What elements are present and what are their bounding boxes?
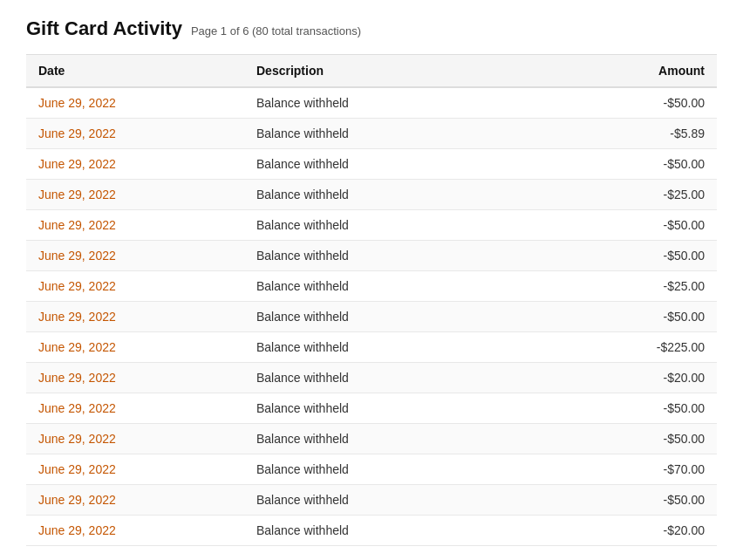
table-row: June 29, 2022Balance withheld-$70.00	[26, 454, 717, 485]
table-row: June 29, 2022Balance withheld-$50.00	[26, 485, 717, 516]
table-row: June 29, 2022Balance withheld-$50.00	[26, 424, 717, 454]
page-subtitle: Page 1 of 6 (80 total transactions)	[191, 24, 361, 38]
cell-amount: -$50.00	[577, 424, 717, 454]
table-row: June 29, 2022Balance withheld-$5.89	[26, 119, 717, 149]
cell-date: June 29, 2022	[26, 271, 244, 302]
cell-date: June 29, 2022	[26, 119, 244, 149]
cell-amount: -$25.00	[577, 271, 717, 302]
cell-date: June 29, 2022	[26, 393, 244, 424]
cell-date: June 29, 2022	[26, 149, 244, 180]
cell-date: June 29, 2022	[26, 454, 244, 485]
cell-description: Balance withheld	[244, 424, 577, 454]
table-row: June 29, 2022Balance withheld-$20.00	[26, 516, 717, 546]
cell-description: Balance withheld	[244, 332, 577, 363]
cell-amount: -$225.00	[577, 332, 717, 363]
table-header-row: Date Description Amount	[26, 55, 717, 88]
col-amount: Amount	[577, 55, 717, 88]
cell-date: June 29, 2022	[26, 424, 244, 454]
cell-amount: -$5.89	[577, 119, 717, 149]
page-header: Gift Card Activity Page 1 of 6 (80 total…	[26, 17, 717, 40]
table-row: June 29, 2022Balance withheld-$50.00	[26, 87, 717, 119]
cell-amount: -$70.00	[577, 454, 717, 485]
cell-description: Balance withheld	[244, 119, 577, 149]
cell-amount: -$50.00	[577, 302, 717, 332]
table-row: June 29, 2022Balance withheld-$25.00	[26, 180, 717, 210]
table-row: June 29, 2022Balance withheld-$50.00	[26, 241, 717, 271]
cell-description: Balance withheld	[244, 393, 577, 424]
table-row: June 29, 2022Balance withheld-$20.00	[26, 363, 717, 393]
cell-description: Balance withheld	[244, 149, 577, 180]
cell-description: Balance withheld	[244, 241, 577, 271]
table-row: June 29, 2022Balance withheld-$50.00	[26, 149, 717, 180]
table-row: June 29, 2022Balance withheld-$50.00	[26, 302, 717, 332]
cell-date: June 29, 2022	[26, 210, 244, 241]
table-row: June 29, 2022Balance withheld-$25.00	[26, 271, 717, 302]
cell-description: Balance withheld	[244, 302, 577, 332]
table-row: June 29, 2022Balance withheld-$50.00	[26, 210, 717, 241]
cell-amount: -$20.00	[577, 516, 717, 546]
transactions-table: Date Description Amount June 29, 2022Bal…	[26, 54, 717, 546]
cell-date: June 29, 2022	[26, 363, 244, 393]
cell-date: June 29, 2022	[26, 332, 244, 363]
cell-amount: -$50.00	[577, 87, 717, 119]
table-row: June 29, 2022Balance withheld-$50.00	[26, 393, 717, 424]
cell-description: Balance withheld	[244, 363, 577, 393]
cell-description: Balance withheld	[244, 210, 577, 241]
cell-description: Balance withheld	[244, 516, 577, 546]
cell-description: Balance withheld	[244, 271, 577, 302]
cell-description: Balance withheld	[244, 87, 577, 119]
cell-amount: -$50.00	[577, 485, 717, 516]
table-row: June 29, 2022Balance withheld-$225.00	[26, 332, 717, 363]
cell-date: June 29, 2022	[26, 241, 244, 271]
cell-description: Balance withheld	[244, 180, 577, 210]
cell-date: June 29, 2022	[26, 516, 244, 546]
cell-amount: -$25.00	[577, 180, 717, 210]
cell-amount: -$50.00	[577, 393, 717, 424]
cell-date: June 29, 2022	[26, 302, 244, 332]
cell-amount: -$50.00	[577, 210, 717, 241]
cell-description: Balance withheld	[244, 454, 577, 485]
col-description: Description	[244, 55, 577, 88]
cell-description: Balance withheld	[244, 485, 577, 516]
col-date: Date	[26, 55, 244, 88]
cell-amount: -$50.00	[577, 149, 717, 180]
cell-date: June 29, 2022	[26, 87, 244, 119]
cell-date: June 29, 2022	[26, 485, 244, 516]
cell-amount: -$50.00	[577, 241, 717, 271]
cell-date: June 29, 2022	[26, 180, 244, 210]
cell-amount: -$20.00	[577, 363, 717, 393]
page-title: Gift Card Activity	[26, 17, 182, 40]
